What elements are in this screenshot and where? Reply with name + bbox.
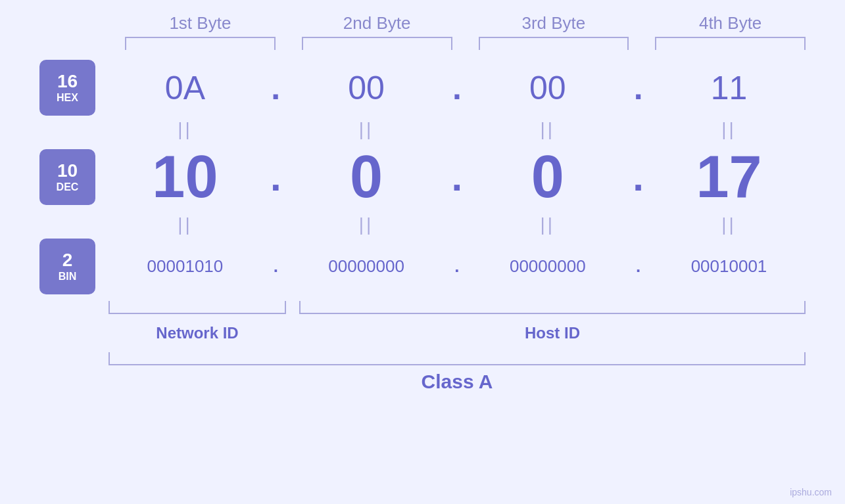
bin-dot2: . [444,256,470,277]
bin-byte3: 00000000 [472,256,623,277]
network-id-bracket [109,301,286,314]
bin-badge-label: BIN [59,271,77,283]
eq1-byte3: || [472,119,623,140]
bin-byte4: 00010001 [653,256,804,277]
equals-row-2: || || || || [39,214,806,235]
host-id-bracket [299,301,806,314]
byte4-header-label: 4th Byte [655,13,806,34]
bin-badge-num: 2 [62,250,73,271]
bin-badge: 2 BIN [39,239,95,294]
equals-row-1: || || || || [39,119,806,140]
eq1-byte4: || [653,119,804,140]
byte3-header-label: 3rd Byte [479,13,629,34]
byte1-header-label: 1st Byte [125,13,276,34]
byte2-header-label: 2nd Byte [302,13,452,34]
eq1-byte2: || [291,119,442,140]
bin-byte1: 00001010 [109,256,260,277]
dec-dot1: . [262,154,289,200]
dec-byte2: 0 [291,143,442,211]
byte3-top-bracket [479,37,629,50]
hex-byte2: 00 [291,69,442,107]
header-row: 1st Byte 2nd Byte 3rd Byte 4th Byte [39,13,806,34]
hex-byte3: 00 [472,69,623,107]
eq1-byte1: || [109,119,260,140]
bin-byte2: 00000000 [291,256,442,277]
hex-badge-label: HEX [57,92,78,104]
hex-badge: 16 HEX [39,60,95,116]
bottom-section: Network ID Host ID [39,301,806,342]
hex-dot2: . [444,69,470,107]
bin-dot1: . [262,256,289,277]
network-id-label: Network ID [109,324,286,342]
eq2-byte4: || [653,214,804,235]
eq2-byte3: || [472,214,623,235]
dec-byte4: 17 [653,143,804,211]
bin-row: 2 BIN 00001010 . 00000000 . 00000000 . 0… [39,239,806,294]
dec-dot2: . [444,154,470,200]
host-id-label: Host ID [299,324,806,342]
hex-dot1: . [262,69,289,107]
byte1-top-bracket [125,37,276,50]
byte4-top-bracket [655,37,806,50]
dec-badge: 10 DEC [39,149,95,205]
byte2-top-bracket [302,37,452,50]
eq2-byte2: || [291,214,442,235]
main-container: 1st Byte 2nd Byte 3rd Byte 4th Byte 16 H… [0,0,845,504]
hex-row: 16 HEX 0A . 00 . 00 . 11 [39,60,806,116]
top-bracket-row [39,37,806,50]
bottom-brackets [109,301,806,321]
dec-values: 10 . 0 . 0 . 17 [109,143,806,211]
dec-dot3: . [625,154,652,200]
watermark: ipshu.com [790,487,832,497]
hex-dot3: . [625,69,652,107]
hex-values: 0A . 00 . 00 . 11 [109,69,806,107]
bottom-labels: Network ID Host ID [109,324,806,342]
dec-byte3: 0 [472,143,623,211]
dec-badge-num: 10 [57,161,78,181]
dec-row: 10 DEC 10 . 0 . 0 . 17 [39,143,806,211]
class-bracket [109,352,806,365]
eq2-byte1: || [109,214,260,235]
class-label: Class A [109,371,806,393]
hex-badge-num: 16 [57,72,78,92]
dec-byte1: 10 [109,143,260,211]
bin-values: 00001010 . 00000000 . 00000000 . 0001000… [109,256,806,277]
class-section: Class A [39,352,806,393]
hex-byte1: 0A [109,69,260,107]
hex-byte4: 11 [653,69,804,107]
dec-badge-label: DEC [57,181,79,193]
bin-dot3: . [625,256,652,277]
